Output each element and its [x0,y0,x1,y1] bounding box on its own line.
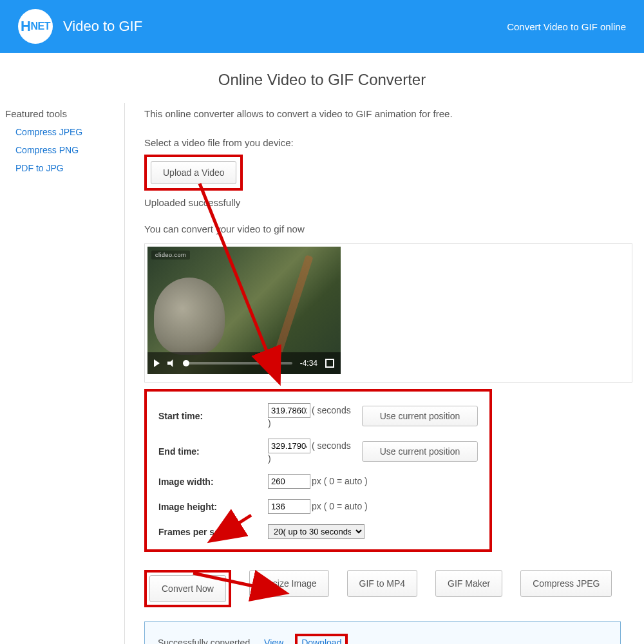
sidebar-item-compress-png[interactable]: Compress PNG [15,145,118,155]
gif-to-mp4-button[interactable]: GIF to MP4 [347,570,418,597]
end-time-input[interactable] [268,439,310,453]
upload-video-button[interactable]: Upload a Video [151,161,236,184]
page-title: Online Video to GIF Converter [0,71,644,89]
upload-highlight: Upload a Video [144,155,243,191]
result-status: Successfully converted. [158,638,252,644]
video-container: clideo.com -4:34 [144,243,632,383]
start-time-label: Start time: [156,398,265,433]
select-file-label: Select a video file from you device: [144,137,632,148]
result-panel: Successfully converted. View Download Co… [144,621,621,644]
upload-status: Uploaded successfully [144,197,632,208]
header-tagline: Convert Video to GIF online [507,21,626,32]
intro-text: This online converter allows to convert … [144,108,632,119]
sidebar: Featured tools Compress JPEG Compress PN… [5,103,125,644]
image-height-label: Image height: [156,494,265,519]
start-time-input[interactable] [268,403,310,418]
end-time-use-current-button[interactable]: Use current position [362,441,478,462]
image-height-input[interactable] [268,499,310,514]
video-controls: -4:34 [147,352,341,374]
convert-highlight: Convert Now [144,570,231,607]
time-remaining: -4:34 [300,359,317,368]
sidebar-item-compress-jpeg[interactable]: Compress JPEG [15,127,118,137]
convert-hint: You can convert your video to gif now [144,223,632,234]
download-link[interactable]: Download [301,638,341,644]
sidebar-item-pdf-to-jpg[interactable]: PDF to JPG [15,163,118,173]
image-height-unit: px ( 0 = auto ) [310,501,368,511]
sidebar-heading: Featured tools [5,108,118,119]
progress-bar[interactable] [183,362,292,365]
main-content: This online converter allows to convert … [125,103,639,644]
logo[interactable]: HNET [18,9,53,44]
play-icon[interactable] [154,359,160,367]
compress-jpeg-button[interactable]: Compress JPEG [520,570,612,597]
video-watermark: clideo.com [151,251,190,260]
volume-icon[interactable] [167,359,175,367]
gif-maker-button[interactable]: GIF Maker [435,570,502,597]
video-player[interactable]: clideo.com -4:34 [147,247,341,374]
header: HNET Video to GIF Convert Video to GIF o… [0,0,644,53]
fps-label: Frames per second: [156,519,265,544]
image-width-unit: px ( 0 = auto ) [310,476,368,486]
action-buttons-row: Convert Now Resize Image GIF to MP4 GIF … [144,570,632,607]
start-time-use-current-button[interactable]: Use current position [362,406,478,426]
fullscreen-icon[interactable] [325,359,334,368]
fps-select[interactable]: 20( up to 30 seconds ) [268,524,365,539]
view-link[interactable]: View [264,638,283,644]
params-panel: Start time: ( seconds ) Use current posi… [144,389,492,552]
image-width-label: Image width: [156,469,265,494]
download-highlight: Download [295,634,348,644]
image-width-input[interactable] [268,474,310,489]
end-time-label: End time: [156,433,265,469]
resize-image-button[interactable]: Resize Image [249,570,329,597]
convert-now-button[interactable]: Convert Now [149,575,226,602]
site-title: Video to GIF [63,18,142,35]
